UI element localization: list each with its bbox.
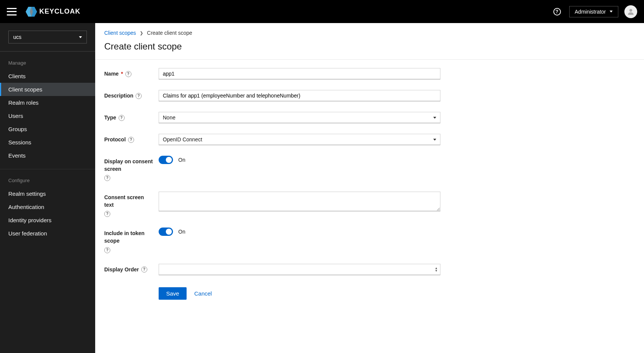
help-icon[interactable]: ? [141, 266, 147, 272]
help-icon[interactable]: ? [128, 137, 134, 143]
sidebar-item-users[interactable]: Users [0, 109, 95, 122]
name-input[interactable] [159, 68, 440, 79]
description-label: Description [104, 92, 133, 100]
chevron-down-icon [433, 139, 436, 141]
sidebar-item-identity-providers[interactable]: Identity providers [0, 214, 95, 227]
include-in-token-toggle[interactable] [159, 228, 173, 236]
display-order-input[interactable] [159, 264, 440, 275]
breadcrumb: Client scopes ❯ Create client scope [104, 30, 635, 36]
save-button[interactable]: Save [159, 287, 187, 300]
help-icon[interactable]: ? [104, 175, 110, 181]
help-icon[interactable]: ? [119, 115, 125, 121]
page-title: Create client scope [104, 41, 635, 52]
protocol-select[interactable]: OpenID Connect [159, 134, 440, 145]
help-icon[interactable]: ? [553, 8, 561, 15]
consent-text-label: Consent screen text [104, 194, 154, 209]
protocol-label: Protocol [104, 136, 126, 144]
realm-selector-value: ucs [13, 34, 22, 40]
name-label: Name [104, 70, 119, 78]
sidebar-item-client-scopes[interactable]: Client scopes [0, 83, 95, 96]
brand-logo[interactable]: KEYCLOAK [26, 7, 80, 17]
include-in-token-label: Include in token scope [104, 230, 154, 245]
breadcrumb-parent-link[interactable]: Client scopes [104, 30, 136, 36]
user-menu[interactable]: Administrator [569, 6, 618, 17]
brand-text: KEYCLOAK [39, 8, 80, 15]
sidebar-item-sessions[interactable]: Sessions [0, 136, 95, 149]
chevron-down-icon [79, 36, 82, 38]
sidebar-item-events[interactable]: Events [0, 149, 95, 162]
avatar[interactable] [624, 5, 637, 18]
help-icon[interactable]: ? [125, 71, 131, 77]
sidebar-item-user-federation[interactable]: User federation [0, 227, 95, 240]
sidebar-item-authentication[interactable]: Authentication [0, 200, 95, 214]
user-menu-label: Administrator [575, 9, 606, 15]
sidebar-item-realm-roles[interactable]: Realm roles [0, 96, 95, 109]
svg-point-3 [629, 9, 632, 11]
cancel-button[interactable]: Cancel [194, 290, 212, 297]
display-on-consent-label: Display on consent screen [104, 158, 154, 173]
required-indicator: * [121, 70, 123, 78]
sidebar: ucs Manage ClientsClient scopesRealm rol… [0, 23, 95, 353]
topbar: KEYCLOAK ? Administrator [0, 0, 644, 23]
help-icon[interactable]: ? [104, 211, 110, 217]
consent-text-input[interactable] [159, 192, 440, 211]
realm-selector[interactable]: ucs [8, 31, 87, 43]
menu-toggle-icon[interactable] [7, 8, 17, 15]
breadcrumb-current: Create client scope [147, 30, 192, 36]
nav-section-manage: Manage [0, 52, 95, 70]
brand-hex-icon [26, 7, 37, 17]
nav-section-configure: Configure [0, 169, 95, 187]
help-icon[interactable]: ? [104, 247, 110, 253]
sidebar-item-groups[interactable]: Groups [0, 122, 95, 136]
protocol-select-value: OpenID Connect [163, 136, 202, 142]
description-input[interactable] [159, 90, 440, 101]
include-in-token-state: On [178, 229, 185, 235]
main-content: Client scopes ❯ Create client scope Crea… [95, 23, 644, 353]
stepper-down-icon[interactable]: ▼ [434, 269, 438, 272]
display-on-consent-state: On [178, 157, 185, 163]
type-select[interactable]: None [159, 112, 440, 123]
display-order-label: Display Order [104, 266, 139, 274]
display-on-consent-toggle[interactable] [159, 156, 173, 164]
help-icon[interactable]: ? [136, 93, 142, 99]
number-stepper[interactable]: ▲ ▼ [434, 267, 438, 272]
type-label: Type [104, 114, 116, 122]
type-select-value: None [163, 115, 175, 121]
breadcrumb-separator-icon: ❯ [140, 31, 143, 36]
chevron-down-icon [433, 117, 436, 119]
sidebar-item-clients[interactable]: Clients [0, 70, 95, 83]
chevron-down-icon [610, 11, 613, 12]
sidebar-item-realm-settings[interactable]: Realm settings [0, 187, 95, 200]
